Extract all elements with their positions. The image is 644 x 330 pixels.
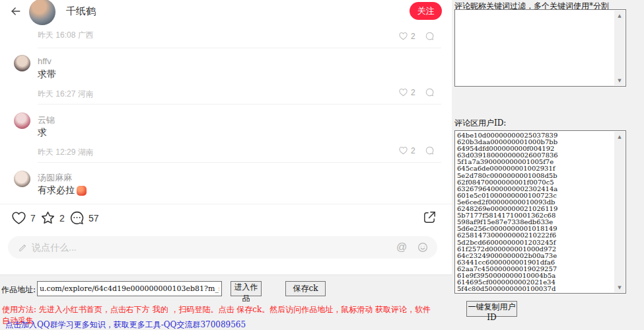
comment-text: 求带 [38, 69, 56, 81]
url-label: 作品地址: [1, 284, 36, 296]
comment-text: 有求必拉 [38, 185, 87, 196]
like-button[interactable]: 7 [11, 210, 36, 226]
emoji-smiley-icon[interactable] [417, 241, 429, 253]
follow-button[interactable]: 关注 [410, 2, 442, 20]
comment-bubble-icon [425, 87, 435, 97]
commenter-name[interactable]: 汤圆麻麻 [38, 172, 72, 184]
star-icon [40, 210, 56, 226]
save-ck-button[interactable]: 保存ck [285, 281, 326, 296]
scrollbar-down-icon[interactable]: ▼ [614, 75, 625, 85]
post-reply[interactable] [425, 31, 435, 41]
mention-at-icon[interactable]: @ [395, 241, 408, 254]
divider [38, 104, 441, 104]
like-count: 7 [30, 213, 36, 224]
scraper-panel: 评论昵称关键词过滤，多个关键词使用*分割 ▲ ▼ 评论区用户ID: 64be10… [452, 0, 644, 330]
commenter-name[interactable]: 云锦 [38, 114, 55, 126]
author-username: 千纸鹤 [66, 5, 96, 18]
comment-text: 求 [38, 127, 47, 139]
keyword-filter-textbox[interactable]: ▲ ▼ [454, 9, 626, 87]
heart-icon [398, 31, 408, 41]
share-button[interactable] [422, 210, 437, 225]
engagement-bar: 7 2 57 [0, 204, 452, 233]
comment-bubble-icon [425, 145, 435, 155]
author-avatar[interactable] [29, 0, 55, 25]
comment-count: 57 [89, 213, 99, 224]
scrollbar[interactable]: ▲ ▼ [614, 132, 625, 292]
scrollbar-up-icon[interactable]: ▲ [614, 11, 625, 21]
comment-bubble-icon [69, 210, 85, 226]
user-ids-textbox[interactable]: 64be10d00000000025037839 620b3daa0000000… [454, 130, 626, 294]
commenter-avatar[interactable] [14, 55, 30, 71]
collect-count: 2 [59, 213, 65, 224]
heart-icon [398, 145, 408, 155]
comment-like-count: 2 [411, 146, 415, 155]
collect-button[interactable]: 2 [40, 210, 65, 226]
qq-group-link[interactable]: 点击加入QQ群学习更多知识，获取更多工具-QQ交流群370089565 [5, 319, 441, 330]
comment-composer[interactable]: @ [8, 236, 437, 259]
copy-user-ids-button[interactable]: 一键复制用户ID [466, 301, 517, 317]
comment-text-label: 有求必拉 [38, 185, 75, 196]
work-url-input[interactable] [37, 281, 222, 296]
comment-like[interactable]: 2 [398, 87, 415, 97]
comment-input[interactable] [32, 236, 309, 259]
user-ids-list: 64be10d00000000025037839 620b3daa0000000… [457, 132, 612, 292]
tool-strip: 作品地址: 进入作品 保存ck 使用方法: 先进入小红书首页，点击右下方 我的 … [0, 275, 452, 330]
scrollbar-up-icon[interactable]: ▲ [614, 132, 625, 142]
comment-reply[interactable] [425, 145, 435, 155]
comments-button[interactable]: 57 [69, 210, 99, 226]
post-meta: 昨天 16:08 广西 [38, 30, 94, 41]
pencil-icon [18, 242, 28, 253]
back-icon[interactable] [9, 5, 22, 18]
red-blush-emoji-icon [77, 186, 87, 196]
comment-page: 千纸鹤 关注 昨天 16:08 广西 2 hffv 求带 昨天 16:27 河南… [0, 0, 452, 275]
post-like-count: 2 [411, 32, 415, 41]
post-like[interactable]: 2 [398, 31, 415, 41]
comment-like[interactable]: 2 [398, 145, 415, 155]
user-ids-label: 评论区用户ID: [454, 118, 506, 129]
divider [38, 48, 441, 48]
comment-bubble-icon [425, 31, 435, 41]
commenter-avatar[interactable] [14, 171, 30, 187]
comment-reply[interactable] [425, 87, 435, 97]
comment-like-count: 2 [411, 88, 415, 97]
scrollbar[interactable]: ▲ ▼ [614, 11, 625, 85]
heart-icon [398, 87, 408, 97]
share-icon [422, 210, 437, 225]
comment-meta: 昨天 12:29 湖南 [38, 147, 94, 158]
scrollbar-down-icon[interactable]: ▼ [614, 282, 625, 292]
app-window: 千纸鹤 关注 昨天 16:08 广西 2 hffv 求带 昨天 16:27 河南… [0, 0, 644, 330]
commenter-avatar[interactable] [14, 112, 30, 129]
divider [38, 162, 441, 163]
comment-meta: 昨天 16:27 河南 [38, 89, 94, 100]
heart-icon [11, 210, 27, 226]
enter-work-button[interactable]: 进入作品 [231, 281, 262, 296]
commenter-name[interactable]: hffv [38, 56, 52, 66]
